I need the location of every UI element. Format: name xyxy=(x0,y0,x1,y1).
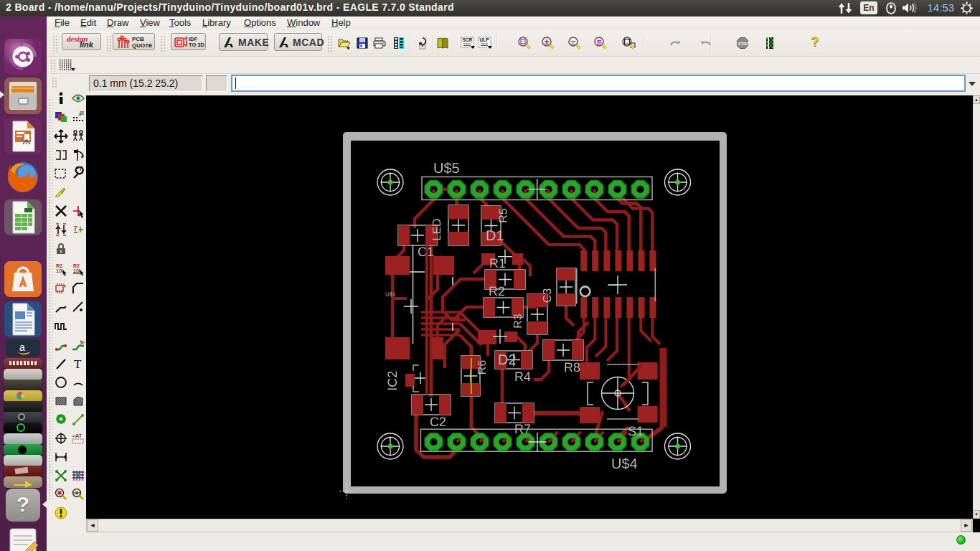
svg-text:ULP: ULP xyxy=(480,37,490,42)
svg-text:T: T xyxy=(74,357,82,371)
svg-text:R2: R2 xyxy=(73,263,80,268)
svg-text:0: 0 xyxy=(79,113,81,117)
svg-text:a: a xyxy=(19,342,25,353)
svg-text:STOP: STOP xyxy=(738,42,749,46)
svg-text:SCR: SCR xyxy=(463,37,473,42)
svg-text:R2: R2 xyxy=(56,263,62,268)
svg-text:>AT: >AT xyxy=(72,433,82,439)
